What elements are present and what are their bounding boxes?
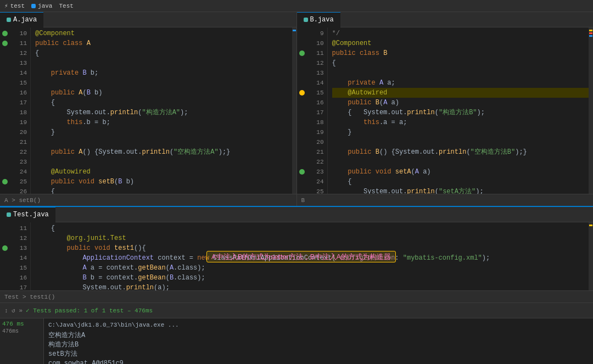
right-breadcrumb: B: [297, 194, 594, 206]
bcode-17: System.out.println(a);: [35, 283, 589, 290]
rg-18: [297, 117, 307, 127]
bg-16: [0, 273, 10, 283]
scroll-mark-red: [589, 32, 592, 34]
gutter-13: [0, 58, 10, 68]
run-toolbar-icons: ↕ ↺ »: [4, 307, 23, 314]
java-tab-icon-b: [304, 18, 308, 22]
run-time-display: 476 ms: [2, 320, 41, 328]
bottom-scrollbar[interactable]: [589, 222, 593, 290]
gutter-11[interactable]: [0, 38, 10, 48]
code-line-17: {: [35, 98, 292, 108]
code-line-15: [35, 78, 292, 88]
rg-14: [297, 78, 307, 88]
bg-11: [0, 223, 10, 233]
rg-16: [297, 98, 307, 108]
run-sidebar: 476 ms 476ms: [0, 318, 44, 364]
tab-test-java[interactable]: Test.java: [0, 207, 55, 222]
rg-25: [297, 187, 307, 194]
rg-10: [297, 38, 307, 48]
rcode-22: [332, 157, 589, 167]
run-output-line-4: com.sowhat.A@d851c9: [48, 359, 589, 364]
code-line-11: public class A: [35, 38, 292, 48]
bottom-code-lines: { @org.junit.Test public void test1(){ A…: [31, 222, 589, 290]
left-editor-content: 1011121314 1516171819 2021222324 2526272…: [0, 27, 296, 194]
right-gutter: [297, 27, 307, 194]
gutter-19: [0, 117, 10, 127]
code-line-24: @Autowired: [35, 167, 292, 177]
run-area: ↕ ↺ » ✓ Tests passed: 1 of 1 test – 476m…: [0, 303, 593, 364]
rcode-19: }: [332, 127, 589, 137]
rg-22: [297, 157, 307, 167]
rg-23[interactable]: [297, 167, 307, 177]
tab-a-java[interactable]: A.java: [0, 12, 43, 27]
right-code-lines: */ @Component public class B { private A…: [328, 27, 589, 194]
code-line-13: [35, 58, 292, 68]
code-line-18: System.out.println("构造方法A");: [35, 108, 292, 117]
bg-15: [0, 263, 10, 273]
gutter-17: [0, 98, 10, 108]
right-tab-bar: B.java: [297, 12, 594, 27]
gutter-25[interactable]: [0, 177, 10, 187]
run-output-line-1: 空构造方法A: [48, 331, 589, 340]
scroll-mark-blue-r: [589, 35, 592, 37]
rg-21: [297, 147, 307, 157]
bcode-11: {: [35, 223, 589, 233]
gutter-26: [0, 187, 10, 194]
top-bar-test-item[interactable]: Test: [59, 3, 73, 9]
right-editor-content: 910111213 1415161718 1920212223 24252627…: [297, 27, 594, 194]
rcode-10: @Component: [332, 38, 589, 48]
left-editor-pane: A.java: [0, 12, 296, 206]
left-breadcrumb: A > setB(): [0, 194, 296, 206]
left-code-lines: @Component public class A { private B b;…: [31, 27, 292, 194]
right-code-area: 910111213 1415161718 1920212223 24252627…: [297, 27, 589, 194]
bottom-scroll-mark: [589, 225, 592, 226]
tab-b-java[interactable]: B.java: [297, 12, 340, 27]
run-time-ms-display: 476ms: [2, 328, 41, 334]
rcode-14: private A a;: [332, 78, 589, 88]
rg-19: [297, 127, 307, 137]
code-line-22: public A() {System.out.println("空构造方法A")…: [35, 147, 292, 157]
left-scrollbar[interactable]: [292, 27, 296, 194]
rg-11[interactable]: [297, 48, 307, 58]
rcode-12: {: [332, 58, 589, 68]
right-scrollbar[interactable]: [589, 27, 593, 194]
top-bar-java[interactable]: java: [31, 3, 52, 9]
java-tab-icon: [7, 18, 11, 22]
gutter-18: [0, 108, 10, 117]
run-output: C:\Java\jdk1.8.0_73\bin\java.exe ... 空构造…: [44, 318, 593, 364]
run-toolbar: ↕ ↺ » ✓ Tests passed: 1 of 1 test – 476m…: [0, 303, 593, 318]
left-tab-bar: A.java: [0, 12, 296, 27]
scroll-mark-yellow: [589, 30, 592, 31]
rg-12: [297, 58, 307, 68]
rcode-16: public B(A a): [332, 98, 589, 108]
gutter-21: [0, 137, 10, 147]
bg-13[interactable]: [0, 243, 10, 253]
gutter-16: [0, 88, 10, 98]
bottom-editor-content: 1112131415161718 { @org.junit.Test publi…: [0, 222, 593, 290]
code-line-26: {: [35, 187, 292, 194]
bg-17: [0, 283, 10, 290]
code-line-25: public void setB(B b): [35, 177, 292, 187]
right-editor-pane: B.java: [296, 12, 594, 206]
code-line-16: public A(B b): [35, 88, 292, 98]
run-output-line-2: 构造方法B: [48, 340, 589, 350]
left-line-numbers: 1011121314 1516171819 2021222324 2526272…: [10, 27, 31, 194]
run-output-line-3: setB方法: [48, 350, 589, 359]
gutter-22: [0, 147, 10, 157]
gutter-12: [0, 48, 10, 58]
editor-split: A.java: [0, 12, 593, 207]
rcode-24: {: [332, 177, 589, 187]
top-bar-test[interactable]: ⚡ test: [4, 2, 25, 9]
bottom-editor: Test.java 1112131415161718 { @org.: [0, 207, 593, 303]
rcode-9: */: [332, 29, 589, 38]
rg-9: [297, 29, 307, 38]
code-line-10: @Component: [35, 29, 292, 38]
gutter-14: [0, 68, 10, 78]
gutter-10[interactable]: [0, 29, 10, 38]
bcode-12: @org.junit.Test: [35, 233, 589, 243]
bcode-16: B b = context.getBean(B.class);: [35, 273, 589, 283]
bottom-line-numbers: 1112131415161718: [10, 222, 31, 290]
bg-14: [0, 253, 10, 263]
rcode-11: public class B: [332, 48, 589, 58]
rg-15[interactable]: [297, 88, 307, 98]
